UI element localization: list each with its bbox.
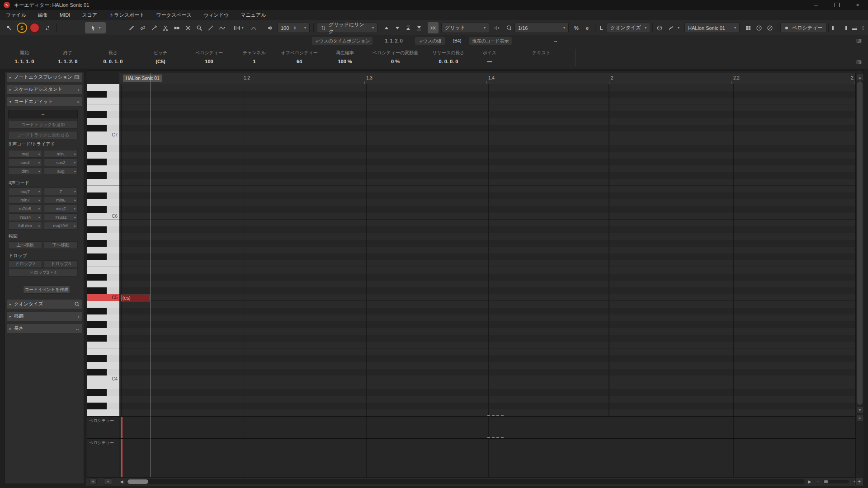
panel-transpose[interactable]: ▸移調♪ <box>7 312 82 321</box>
grid-link-dropdown[interactable]: グリッドにリンク ▾ <box>317 23 377 33</box>
piano-keyboard[interactable]: C7 C6 C4 C5 <box>87 84 119 416</box>
independent-loop-button[interactable] <box>248 22 259 33</box>
drop24-button[interactable]: ドロップ2 + 4 <box>8 269 78 277</box>
quantize-panel-button[interactable]: e <box>582 22 592 33</box>
mute-tool[interactable] <box>183 22 193 33</box>
iterative-quantize-button[interactable]: % <box>571 22 581 33</box>
chord-7sus4-button[interactable]: 7sus4▸ <box>8 213 42 221</box>
zoom-tool[interactable] <box>194 22 205 33</box>
left-zone-button[interactable] <box>830 22 839 33</box>
chord-dim-button[interactable]: dim▸ <box>8 167 42 175</box>
lane-preset-button[interactable]: ▾ <box>104 479 112 485</box>
zoom-thumb[interactable] <box>824 480 828 483</box>
info-probability[interactable]: 再生確率100 % <box>325 50 365 64</box>
controller-lane-2[interactable] <box>119 438 855 477</box>
controller-lane-1[interactable] <box>119 416 855 438</box>
insert-velocity-control[interactable]: 100 ▲▼ ▾ <box>277 23 310 33</box>
erase-tool[interactable] <box>137 22 148 33</box>
panel-chord-edit[interactable]: ▾コードエディット≡ <box>7 97 82 106</box>
menu-transport[interactable]: トランスポート <box>103 10 151 20</box>
match-chord-track-button[interactable]: コードトラックに合わせる <box>8 131 78 139</box>
menu-score[interactable]: スコア <box>76 10 103 20</box>
scroll-down-button[interactable]: ▼ <box>857 407 863 413</box>
acoustic-feedback-button[interactable] <box>265 22 276 33</box>
transpose-octave-down-button[interactable] <box>414 22 424 33</box>
chord-min-button[interactable]: min.▸ <box>44 150 78 158</box>
info-end[interactable]: 終了1. 1. 2. 0 <box>50 50 86 64</box>
lower-zone-button[interactable] <box>850 22 859 33</box>
info-pitch[interactable]: ピッチ(C5) <box>140 50 181 64</box>
record-button[interactable] <box>29 22 40 33</box>
chord-7-button[interactable]: 7▸ <box>44 188 78 195</box>
add-chord-track-button[interactable]: コードトラックを追加 <box>8 121 78 129</box>
quantize-preset-dropdown[interactable]: 1/16 ▾ <box>514 23 569 33</box>
scroll-left-button[interactable]: ◀ <box>118 479 125 485</box>
editor-display-button[interactable] <box>854 58 863 66</box>
chord-sus2-button[interactable]: sus2▸ <box>44 159 78 166</box>
time-display-button[interactable] <box>754 22 764 33</box>
quantize-icon-button[interactable] <box>505 22 514 33</box>
info-velocity[interactable]: ベロシティー100 <box>188 50 231 64</box>
snap-button[interactable] <box>428 22 439 33</box>
info-length[interactable]: 長さ0. 0. 1. 0 <box>95 50 131 64</box>
menu-file[interactable]: ファイル <box>0 10 32 20</box>
v-zoom-in-button[interactable]: + <box>857 415 863 421</box>
part-selector-dropdown[interactable]: HALion Sonic 01 ▾ <box>684 23 740 33</box>
chord-maj7-button[interactable]: maj7▸ <box>8 188 42 195</box>
info-off-velocity[interactable]: オフベロシティー64 <box>277 50 322 64</box>
grid-type-dropdown[interactable]: グリッド ▾ <box>441 23 489 33</box>
add-controller-lane-button[interactable]: + <box>90 479 97 485</box>
chord-min6-button[interactable]: min6▸ <box>44 196 78 204</box>
menu-window[interactable]: ウィンドウ <box>198 10 235 20</box>
info-release-length[interactable]: リリースの長さ0. 0. 0. 0 <box>426 50 471 64</box>
chord-7sus2-button[interactable]: 7sus2▸ <box>44 213 78 221</box>
scroll-up-button[interactable]: ▲ <box>857 74 863 80</box>
transpose-up-button[interactable] <box>382 22 392 33</box>
stepper-icon[interactable]: ▲▼ <box>293 26 296 30</box>
info-voice[interactable]: ボイス― <box>474 50 505 64</box>
lane-resize-handle[interactable] <box>487 415 504 416</box>
panel-length[interactable]: ▸長さ↔ <box>7 324 82 333</box>
transpose-octave-up-button[interactable] <box>403 22 413 33</box>
move-up-button[interactable]: 上へ移動 <box>8 241 42 249</box>
chord-minj7-button[interactable]: minj7▸ <box>44 205 78 212</box>
h-zoom-slider[interactable] <box>823 480 849 483</box>
controller-lane-1-header[interactable]: ベロシティー <box>87 416 119 438</box>
lane-resize-handle[interactable] <box>487 437 504 438</box>
chord-maj7s5-button[interactable]: maj7/#5▸ <box>44 222 78 230</box>
cycle-button[interactable] <box>42 22 53 33</box>
event-colors-dropdown[interactable]: ベロシティー <box>780 23 826 33</box>
chord-m7b5-button[interactable]: m7/b5▸ <box>8 205 42 212</box>
input-options-button[interactable]: ▾ <box>676 22 681 33</box>
scrollbar-thumb[interactable] <box>857 81 863 405</box>
chord-fulldim-button[interactable]: full dim▸ <box>8 222 42 230</box>
part-name-tab[interactable]: HALion Sonic 01 <box>123 75 162 82</box>
h-zoom-out-button[interactable]: − <box>815 479 821 485</box>
auto-scroll-button[interactable]: ▾ <box>231 22 246 33</box>
timeline-ruler[interactable]: HALion Sonic 01 1.2 1.3 1.4 2 2.2 2. <box>119 73 855 84</box>
glue-tool[interactable] <box>171 22 182 33</box>
info-velocity-variance[interactable]: ベロシティーの変動量0 % <box>367 50 424 64</box>
warp-tool[interactable] <box>217 22 227 33</box>
menu-midi[interactable]: MIDI <box>54 10 76 20</box>
pin-button[interactable] <box>4 22 14 33</box>
solo-editor-button[interactable]: S <box>16 22 28 33</box>
playhead-cursor[interactable] <box>151 73 151 477</box>
scrollbar-thumb[interactable] <box>127 479 148 484</box>
pianoroll-toggle-button[interactable] <box>854 37 863 45</box>
grid-adjust-button[interactable] <box>491 22 503 33</box>
chord-maj-button[interactable]: maj▸ <box>8 150 42 158</box>
velocity-bar[interactable] <box>121 417 123 438</box>
menu-manual[interactable]: マニュアル <box>235 10 272 20</box>
velocity-bar[interactable] <box>121 439 123 477</box>
line-tool[interactable] <box>205 22 216 33</box>
edit-active-part-button[interactable] <box>765 22 775 33</box>
minimize-button[interactable]: ─ <box>806 0 826 10</box>
note-grid[interactable]: (C5) <box>119 84 855 416</box>
midi-input-button[interactable] <box>655 22 665 33</box>
split-tool[interactable] <box>160 22 171 33</box>
controller-lane-2-header[interactable]: ベロシティー <box>87 438 119 477</box>
vertical-scrollbar[interactable]: ▲ ▼ + <box>855 73 863 477</box>
right-zone-button[interactable] <box>840 22 849 33</box>
close-button[interactable]: × <box>847 0 868 10</box>
